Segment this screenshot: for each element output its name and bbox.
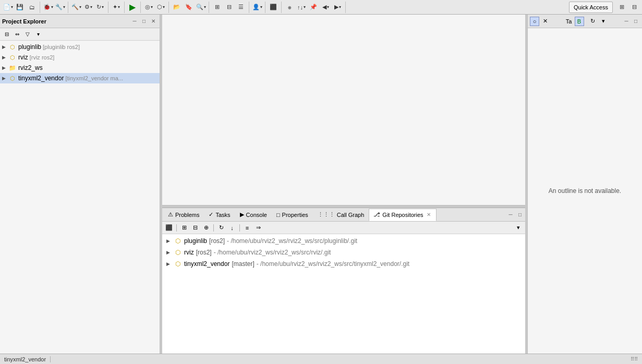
tree-item-rviz[interactable]: ▶ ⬡ rviz [rviz ros2] [0, 52, 160, 63]
save-button[interactable]: 💾 [14, 2, 26, 13]
toggle-comment-button[interactable]: ☰ [235, 2, 247, 13]
repo-icon-rviz: ⬡ [174, 248, 182, 257]
debug-button[interactable]: 🐞 ▾ [42, 2, 54, 13]
view-menu-repos-button[interactable]: ▾ [514, 223, 523, 233]
minimize-left-button[interactable]: ─ [130, 17, 139, 26]
console-tab-icon: ▶ [240, 211, 244, 218]
outdent-button[interactable]: ⊟ [223, 2, 235, 13]
view-menu-button[interactable]: ▾ [33, 30, 43, 39]
repo-item-pluginlib[interactable]: ▶ ⬡ pluginlib [ros2] - /home/ubu/rviz2_w… [162, 235, 525, 247]
outline-ta-button[interactable]: Ta [564, 17, 574, 26]
git-repos-tab-close[interactable]: ✕ [426, 212, 432, 217]
profile-button[interactable]: ✦ ▾ [111, 2, 122, 13]
bottom-panel: ⚠ Problems ✓ Tasks ▶ Console □ Propertie… [162, 208, 525, 354]
toolbar-sep-1 [176, 224, 177, 232]
add-repo-button[interactable]: ⊞ [179, 223, 189, 233]
run-config-button[interactable]: ⚙ ▾ [82, 2, 94, 13]
tree-item-pluginlib[interactable]: ▶ ⬡ pluginlib [pluginlib ros2] [0, 42, 160, 52]
close-left-button[interactable]: ✕ [149, 17, 158, 26]
toolbar-group-indent: ⊞ ⊟ ☰ [211, 2, 249, 13]
search-nav-icon: 🔍 [196, 4, 203, 10]
new-button[interactable]: 📄 ▾ [2, 2, 14, 13]
open-folder-button[interactable]: 📂 [171, 2, 183, 13]
tab-properties[interactable]: □ Properties [272, 209, 313, 221]
build-icon: 🔨 [71, 4, 79, 10]
tab-problems[interactable]: ⚠ Problems [163, 209, 204, 221]
extra2-icon: ↑↓ [297, 4, 303, 10]
run-button[interactable]: ▶ [127, 2, 138, 13]
tasks-tab-label: Tasks [215, 212, 230, 218]
link-editor-repos-button[interactable]: ⇒ [253, 223, 263, 233]
tree-item-tinyxml2[interactable]: ▶ ⬡ tinyxml2_vendor [tinyxml2_vendor ma.… [0, 73, 160, 83]
extra2-button[interactable]: ↑↓ ▾ [296, 2, 307, 13]
repo-branch-pluginlib: [ros2] [209, 237, 225, 245]
minimize-right-button[interactable]: ─ [622, 17, 631, 26]
collapse-all-repos-button[interactable]: ≡ [243, 223, 252, 233]
collapse-all-button[interactable]: ⊟ [2, 30, 11, 39]
outline-circle-button[interactable]: ○ [530, 17, 539, 26]
search-nav-button[interactable]: 🔍 ▾ [195, 2, 207, 13]
repo-name-tinyxml2: tinyxml2_vendor [184, 260, 229, 268]
toolbar-group-nav: 📂 🔖 🔍 ▾ [171, 2, 209, 13]
link-editor-button[interactable]: ⇔ [13, 30, 22, 39]
back-button[interactable]: ◀ ▾ [320, 2, 331, 13]
tab-callgraph[interactable]: ⋮⋮⋮ Call Graph [313, 209, 369, 221]
tab-tasks[interactable]: ✓ Tasks [204, 209, 235, 221]
save-all-button[interactable]: 🗂 [26, 2, 38, 13]
repo-branch-rviz: [ros2] [196, 249, 212, 256]
pin-button[interactable]: 📌 [308, 2, 319, 13]
status-bar: tinyxml2_vendor ⠿⠿ [0, 354, 642, 364]
status-separator [50, 356, 51, 362]
forward-icon: ▶ [334, 4, 338, 10]
extra1-button[interactable]: ⎈ [284, 2, 295, 13]
repo-item-tinyxml2[interactable]: ▶ ⬡ tinyxml2_vendor [master] - /home/ubu… [162, 258, 525, 270]
tools-icon: 🔧 [55, 4, 63, 10]
properties-tab-label: Properties [282, 212, 308, 218]
quick-access-button[interactable]: Quick Access [569, 2, 613, 13]
mem-button[interactable]: ⬡ ▾ [155, 2, 166, 13]
main-toolbar: 📄 ▾ 💾 🗂 🐞 ▾ 🔧 ▾ 🔨 ▾ ⚙ ▾ ↻ ▾ [0, 0, 642, 15]
maximize-left-button[interactable]: □ [140, 17, 148, 26]
minimize-bottom-button[interactable]: ─ [506, 211, 515, 219]
outline-refresh-button[interactable]: ↻ [588, 17, 598, 26]
forward-button[interactable]: ▶ ▾ [332, 2, 343, 13]
tab-git-repos[interactable]: ⎇ Git Repositories ✕ [369, 209, 436, 221]
filter-button[interactable]: ▽ [23, 30, 32, 39]
refresh-button[interactable]: ↻ ▾ [94, 2, 106, 13]
repo-item-rviz[interactable]: ▶ ⬡ rviz [ros2] - /home/ubu/rviz2_ws/rvi… [162, 247, 525, 258]
tree-badge-tinyxml2: [tinyxml2_vendor ma... [65, 75, 123, 81]
outline-empty-message: An outline is not available. [549, 187, 621, 195]
maximize-right-button[interactable]: □ [632, 17, 640, 26]
refresh-repos-button[interactable]: ↻ [216, 223, 226, 233]
repo-name-pluginlib: pluginlib [184, 237, 207, 245]
panel-controls: ─ □ ✕ [130, 17, 158, 26]
indent-button[interactable]: ⊞ [211, 2, 223, 13]
outline-controls-button[interactable]: ▾ [599, 17, 608, 26]
back-icon: ◀ [322, 4, 326, 10]
coverage-icon: ◎ [145, 4, 150, 10]
maximize-bottom-button[interactable]: □ [516, 211, 524, 219]
person-button[interactable]: 👤 ▾ [251, 2, 263, 13]
build-button[interactable]: 🔨 ▾ [70, 2, 82, 13]
terminal-button[interactable]: ⬛ [268, 2, 279, 13]
clone-button[interactable]: ⊟ [190, 223, 200, 233]
perspective1-button[interactable]: ⊞ [616, 2, 627, 13]
refresh-icon: ↻ [96, 4, 101, 10]
coverage-button[interactable]: ◎ ▾ [143, 2, 154, 13]
bookmarks-button[interactable]: 🔖 [183, 2, 195, 13]
open-folder-icon: 📂 [173, 4, 180, 10]
bottom-tabs-bar: ⚠ Problems ✓ Tasks ▶ Console □ Propertie… [162, 208, 525, 222]
outline-b-button[interactable]: B [575, 17, 584, 26]
tree-badge-pluginlib: [pluginlib ros2] [43, 44, 80, 50]
create-button[interactable]: ⊕ [201, 223, 211, 233]
tree-arrow-rviz: ▶ [2, 55, 8, 60]
tab-console[interactable]: ▶ Console [235, 209, 272, 221]
toolbar-group-extra: ⎈ ↑↓ ▾ 📌 ◀ ▾ ▶ ▾ [284, 2, 346, 13]
fetch-button[interactable]: ↓ [227, 223, 237, 233]
copy-to-clipboard-button[interactable]: ⬛ [164, 223, 174, 233]
perspective2-button[interactable]: ⊟ [628, 2, 640, 13]
tree-item-rviz2ws[interactable]: ▶ 📁 rviz2_ws [0, 63, 160, 73]
toolbar-group-profile: ✦ ▾ [111, 2, 125, 13]
tools-button[interactable]: 🔧 ▾ [54, 2, 66, 13]
outline-close-button[interactable]: ✕ [540, 17, 550, 26]
